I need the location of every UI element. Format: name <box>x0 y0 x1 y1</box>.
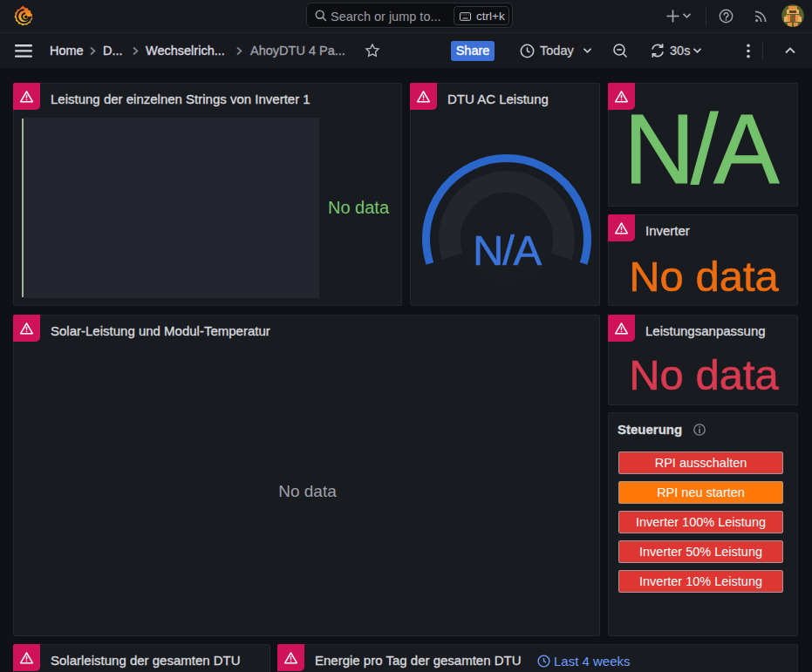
svg-text:N/A: N/A <box>473 227 542 274</box>
